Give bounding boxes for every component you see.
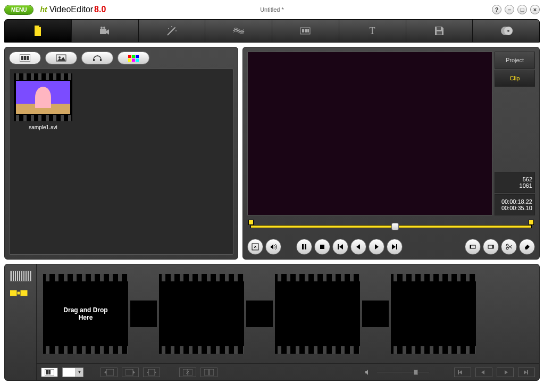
logo-version: 8.0 bbox=[94, 5, 106, 14]
sb-nav-next[interactable] bbox=[518, 368, 535, 377]
svg-text:T: T bbox=[370, 26, 375, 36]
transition-slot[interactable] bbox=[246, 301, 273, 327]
mode-storyboard-button[interactable] bbox=[10, 288, 31, 298]
page-icon bbox=[31, 24, 44, 37]
storyboard-slot[interactable] bbox=[159, 274, 244, 354]
tab-transitions[interactable] bbox=[205, 20, 272, 42]
mark-out-button[interactable] bbox=[483, 239, 499, 255]
svg-point-4 bbox=[171, 26, 172, 27]
fit-button[interactable] bbox=[247, 239, 263, 255]
media-tab-image[interactable] bbox=[45, 52, 77, 64]
media-item[interactable]: sample1.avi bbox=[14, 73, 72, 130]
transition-slot[interactable] bbox=[130, 301, 157, 327]
svg-rect-40 bbox=[18, 292, 20, 294]
tab-burn[interactable] bbox=[473, 20, 539, 42]
volume-thumb[interactable] bbox=[414, 370, 418, 375]
pause-button[interactable] bbox=[296, 239, 312, 255]
sb-dropdown[interactable]: ▼ bbox=[62, 368, 83, 377]
tab-effects[interactable] bbox=[139, 20, 206, 42]
media-tab-video[interactable] bbox=[9, 52, 41, 64]
sb-nav-back[interactable] bbox=[475, 368, 492, 377]
content-area: sample1.avi Project Clip 562 1061 00:00:… bbox=[4, 47, 540, 260]
video-icon bbox=[20, 54, 30, 62]
svg-point-5 bbox=[175, 30, 177, 31]
tab-media[interactable] bbox=[5, 20, 72, 42]
delete-button[interactable] bbox=[519, 239, 535, 255]
cut-button[interactable] bbox=[501, 239, 517, 255]
sb-tool-3[interactable] bbox=[143, 368, 160, 377]
slider-out-marker[interactable] bbox=[529, 220, 534, 225]
svg-rect-43 bbox=[46, 370, 48, 374]
tab-save[interactable] bbox=[406, 20, 473, 42]
disc-icon bbox=[500, 24, 513, 37]
svg-rect-0 bbox=[100, 29, 106, 34]
scissors-icon bbox=[505, 243, 513, 251]
storyboard-track[interactable]: Drag and Drop Here bbox=[37, 264, 539, 363]
nav-next-icon bbox=[522, 369, 531, 376]
storyboard-slot[interactable]: Drag and Drop Here bbox=[43, 274, 128, 354]
close-button[interactable]: × bbox=[530, 5, 540, 14]
media-thumbnail bbox=[14, 73, 72, 121]
tab-overlay[interactable] bbox=[272, 20, 339, 42]
svg-rect-46 bbox=[125, 369, 133, 376]
storyboard-slot[interactable] bbox=[391, 274, 476, 354]
svg-point-38 bbox=[506, 247, 508, 249]
next-icon bbox=[391, 243, 398, 251]
next-button[interactable] bbox=[387, 239, 403, 255]
volume-slider[interactable] bbox=[376, 371, 430, 373]
volume-button[interactable] bbox=[265, 239, 281, 255]
sb-tool-5[interactable] bbox=[200, 368, 217, 377]
clip-cut-icon bbox=[183, 369, 193, 376]
sb-nav-fwd[interactable] bbox=[497, 368, 514, 377]
preview-main: Project Clip 562 1061 00:00:18.22 00:00:… bbox=[247, 52, 535, 215]
clip-left-icon bbox=[104, 369, 114, 376]
frame-counter: 562 1061 bbox=[495, 172, 535, 193]
menu-button[interactable]: MENU bbox=[4, 5, 34, 15]
step-fwd-button[interactable] bbox=[369, 239, 384, 255]
tab-text[interactable]: T bbox=[339, 20, 406, 42]
sb-tool-1[interactable] bbox=[101, 368, 118, 377]
transition-slot[interactable] bbox=[362, 301, 389, 327]
window-controls: ? – □ × bbox=[492, 5, 540, 14]
svg-rect-39 bbox=[10, 290, 16, 296]
storyboard-slot[interactable] bbox=[275, 274, 360, 354]
slider-in-marker[interactable] bbox=[248, 220, 254, 225]
chevron-down-icon: ▼ bbox=[76, 368, 83, 377]
maximize-button[interactable]: □ bbox=[517, 5, 527, 14]
sb-nav-prev[interactable] bbox=[454, 368, 471, 377]
svg-rect-41 bbox=[21, 290, 27, 296]
svg-rect-51 bbox=[458, 370, 459, 374]
sb-tool-4[interactable] bbox=[179, 368, 196, 377]
nav-back-icon bbox=[479, 369, 489, 376]
stop-button[interactable] bbox=[314, 239, 330, 255]
wand-icon bbox=[165, 24, 178, 37]
preview-screen[interactable] bbox=[247, 52, 492, 215]
minimize-button[interactable]: – bbox=[505, 5, 514, 14]
media-tab-color[interactable] bbox=[118, 52, 149, 64]
help-button[interactable]: ? bbox=[492, 5, 501, 14]
storyboard-panel: Drag and Drop Here ▼ bbox=[4, 264, 540, 381]
storyboard-icon bbox=[10, 289, 31, 297]
mark-in-button[interactable] bbox=[465, 239, 481, 255]
app-logo: ht VideoEditor 8.0 bbox=[40, 5, 106, 14]
mode-timeline-button[interactable] bbox=[10, 271, 31, 281]
time-current: 00:00:18.22 bbox=[501, 198, 532, 205]
slider-thumb[interactable] bbox=[391, 223, 399, 230]
preview-tab-clip[interactable]: Clip bbox=[495, 70, 535, 87]
svg-rect-45 bbox=[106, 369, 114, 376]
media-tabs bbox=[9, 52, 233, 64]
svg-point-17 bbox=[507, 30, 509, 32]
svg-rect-34 bbox=[470, 245, 471, 248]
document-title: Untitled * bbox=[260, 6, 284, 13]
sb-add-clip-button[interactable] bbox=[41, 368, 58, 377]
sb-tool-2[interactable] bbox=[122, 368, 139, 377]
prev-button[interactable] bbox=[332, 239, 348, 255]
svg-rect-21 bbox=[27, 56, 29, 60]
media-tab-audio[interactable] bbox=[81, 52, 113, 64]
preview-tab-project[interactable]: Project bbox=[495, 52, 535, 69]
preview-slider[interactable] bbox=[247, 220, 535, 235]
drop-hint: Drag and Drop Here bbox=[63, 306, 107, 321]
step-back-button[interactable] bbox=[350, 239, 366, 255]
tab-capture[interactable] bbox=[72, 20, 139, 42]
titlebar: MENU ht VideoEditor 8.0 Untitled * ? – □… bbox=[0, 0, 544, 19]
